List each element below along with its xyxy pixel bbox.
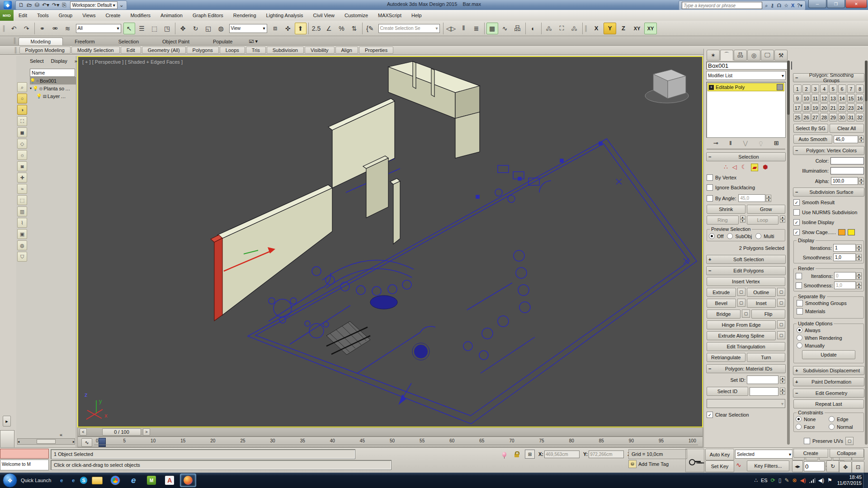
menu-item[interactable]: Lighting Analysis <box>261 10 308 21</box>
smoothing-group-button[interactable]: 6 <box>838 84 846 93</box>
tablet-pen-tray-icon[interactable]: ✎ <box>784 477 789 483</box>
menu-item[interactable]: Civil View <box>308 10 340 21</box>
rollout-soft-selection[interactable]: +Soft Selection <box>706 255 786 264</box>
panel-stub[interactable] <box>0 430 14 448</box>
bind-to-spacewarp-icon[interactable]: ≋ <box>62 23 74 34</box>
alpha-field[interactable] <box>831 177 858 185</box>
repeat-last-button[interactable]: Repeat Last <box>793 399 864 408</box>
stack-expand-icon[interactable]: + <box>709 85 714 90</box>
constraint-face-radio[interactable]: Face <box>796 424 829 430</box>
bulb-icon[interactable]: 💡 <box>36 94 42 99</box>
insert-vertex-button[interactable]: Insert Vertex <box>707 277 785 286</box>
set-keys-button[interactable] <box>685 449 704 472</box>
ribbon-panel-button[interactable]: Loops <box>220 47 245 54</box>
transform-type-in-icon[interactable]: ⊞ <box>525 450 535 459</box>
previous-frame-arrow[interactable]: < <box>80 428 87 436</box>
ribbon-panel-button[interactable]: Modify Selection <box>71 47 120 54</box>
constraint-edge-radio[interactable]: Edge <box>829 416 862 422</box>
smoothing-group-button[interactable]: 30 <box>838 113 846 122</box>
pan-view-icon[interactable]: ✥ <box>839 461 852 473</box>
perspective-viewport[interactable]: z y x <box>77 56 703 427</box>
smooth-result-checkbox[interactable]: ✓Smooth Result <box>793 199 864 206</box>
render-iterations-field[interactable] <box>834 272 856 280</box>
start-button[interactable]: ❖ <box>3 473 17 488</box>
by-angle-checkbox[interactable]: By Angle: ▲▼ <box>707 194 785 202</box>
menu-item[interactable]: Group <box>54 10 78 21</box>
select-and-manipulate-icon[interactable]: ✜ <box>282 23 294 34</box>
stack-onoff-icon[interactable] <box>777 84 783 90</box>
select-by-name-icon[interactable]: ☰ <box>136 23 148 34</box>
illumination-swatch[interactable] <box>830 167 864 174</box>
cage-selected-color-swatch[interactable] <box>848 229 855 235</box>
security-alert-tray-icon[interactable]: ⊗ <box>792 477 797 483</box>
align-icon[interactable]: ⫴ <box>458 23 470 34</box>
percent-snap-icon[interactable]: % <box>336 23 348 34</box>
material-editor-icon[interactable]: ◐ <box>528 23 539 34</box>
display-spacewarps-filter-icon[interactable]: ≈ <box>17 184 27 194</box>
next-frame-arrow[interactable]: > <box>143 428 150 436</box>
vertex-color-swatch[interactable] <box>830 157 864 164</box>
selection-filter-dropdown[interactable]: All▾ <box>76 24 121 33</box>
display-helpers-filter-icon[interactable]: ✚ <box>17 173 27 183</box>
network-signal-icon[interactable] <box>809 478 815 483</box>
smoothing-group-button[interactable]: 21 <box>829 103 837 112</box>
rollout-subdivision-displacement[interactable]: +Subdivision Displacement <box>793 366 864 375</box>
collapse-button[interactable]: Collapse <box>830 449 864 458</box>
create-tab-icon[interactable]: ✶ <box>707 50 720 61</box>
outline-button[interactable]: Outline <box>747 288 776 297</box>
utilities-tab-icon[interactable]: ⚒ <box>774 50 788 61</box>
scroll-right-icon[interactable]: ▸ <box>73 440 75 444</box>
display-shapes-filter-icon[interactable]: ◇ <box>17 139 27 149</box>
display-lights-filter-icon[interactable]: ☼ <box>17 150 27 160</box>
taskbar-folder-button[interactable] <box>90 474 105 487</box>
mxd-logo-icon[interactable]: MXD <box>0 10 14 21</box>
turn-button[interactable]: Turn <box>747 353 786 362</box>
expander-icon[interactable]: ▾ <box>30 86 32 90</box>
show-end-result-icon[interactable]: ‖ <box>729 140 731 147</box>
selection-lock-toggle-icon[interactable] <box>512 450 521 458</box>
redo-icon[interactable]: ↷ <box>21 23 33 34</box>
rectangular-selection-region-icon[interactable]: ⬚ <box>149 23 160 34</box>
separate-smoothing-groups-checkbox[interactable]: Smoothing Groups <box>797 300 861 306</box>
display-tab-icon[interactable]: 🖵 <box>761 50 774 61</box>
ribbon-panel-button[interactable]: Edit <box>121 47 141 54</box>
sync-tray-icon[interactable]: ⟳ <box>771 477 775 483</box>
ring-spinner[interactable]: ▲▼ <box>740 216 745 223</box>
ribbon-tab[interactable]: Object Paint <box>151 38 201 45</box>
auto-smooth-field[interactable] <box>834 136 858 143</box>
material-name-dropdown[interactable]: ▾ <box>707 399 785 408</box>
smoothing-group-button[interactable]: 4 <box>820 84 828 93</box>
display-geometry-filter-icon[interactable]: ◼ <box>17 127 27 137</box>
menu-item[interactable]: Customize <box>340 10 373 21</box>
ribbon-panel-button[interactable]: Properties <box>359 47 393 54</box>
explorer-row-box001[interactable]: 💡 ○ Box001 <box>30 77 76 84</box>
menu-item[interactable]: Views <box>77 10 100 21</box>
ring-button[interactable]: Ring <box>707 216 739 225</box>
modifier-list-dropdown[interactable]: Modifier List▾ <box>706 71 786 80</box>
ribbon-grip[interactable]: ║ <box>13 38 16 44</box>
mirror-icon[interactable]: ◁▷ <box>445 23 457 34</box>
ribbon-panel-button[interactable]: Geometry (All) <box>142 47 186 54</box>
display-iterations-spinner[interactable]: ▲▼ <box>856 244 862 252</box>
select-object-icon[interactable]: ↖ <box>123 23 135 34</box>
snaps-toggle-icon[interactable]: 2.5 <box>311 23 322 34</box>
select-invert-icon[interactable]: ◑ <box>17 105 27 115</box>
unlink-selection-icon[interactable]: ⚮ <box>49 23 61 34</box>
clear-all-button[interactable]: Clear All <box>830 124 864 133</box>
coordinate-y[interactable]: Y: <box>583 450 624 458</box>
communication-center-icon[interactable]: ☊ <box>777 3 781 9</box>
bevel-settings-icon[interactable]: ▢ <box>737 299 745 307</box>
smoothing-group-button[interactable]: 11 <box>811 94 820 103</box>
display-iterations-field[interactable] <box>833 244 856 252</box>
isolate-selection-toggle-icon[interactable] <box>500 450 509 458</box>
stack-item-editable-poly[interactable]: + Editable Poly <box>708 83 784 91</box>
ribbon-panel-button[interactable]: Visibility <box>305 47 335 54</box>
retriangulate-button[interactable]: Retriangulate <box>707 353 745 362</box>
time-slider[interactable]: < 0 / 100 > <box>77 427 703 436</box>
left-column-scrollbar[interactable] <box>787 61 790 445</box>
select-and-move-icon[interactable]: ✥ <box>177 23 189 34</box>
preview-subobj-radio[interactable]: SubObj <box>727 233 752 239</box>
selection-set-keying-dropdown[interactable]: Selected▾ <box>735 450 793 459</box>
smoothing-group-button[interactable]: 26 <box>802 113 811 122</box>
smoothing-group-button[interactable]: 17 <box>793 103 802 112</box>
